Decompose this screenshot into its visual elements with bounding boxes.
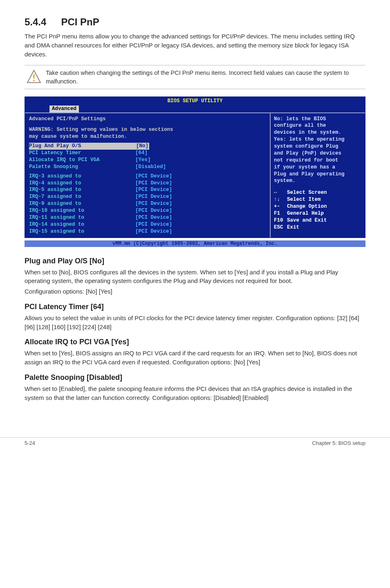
bios-label: IRQ-5 assigned to — [29, 186, 135, 193]
key-desc: Exit — [287, 224, 299, 230]
help-line: system. — [274, 177, 362, 184]
help-line: No: lets the BIOS — [274, 116, 362, 123]
bios-row-irq11[interactable]: IRQ-11 assigned to[PCI Device] — [29, 214, 266, 221]
bios-warning-line2: may cause system to malfunction. — [29, 133, 266, 140]
bios-row-irq10[interactable]: IRQ-10 assigned to[PCI Device] — [29, 207, 266, 214]
bios-left-panel: Advanced PCI/PnP Settings WARNING: Setti… — [25, 113, 271, 238]
subhead-allocate-irq: Allocate IRQ to PCI VGA [Yes] — [25, 338, 365, 346]
help-line: configure all the — [274, 122, 362, 129]
bios-label: IRQ-3 assigned to — [29, 173, 135, 180]
key: F1 — [274, 210, 287, 217]
section-heading: 5.4.4PCI PnP — [25, 16, 365, 28]
bios-label: IRQ-10 assigned to — [29, 207, 135, 214]
bios-value: [PCI Device] — [135, 228, 172, 235]
bios-value: [PCI Device] — [135, 193, 172, 200]
chapter-label: Chapter 5: BIOS setup — [312, 440, 365, 446]
bios-warning-line1: WARNING: Setting wrong values in below s… — [29, 126, 266, 133]
key-desc: Select Item — [287, 197, 321, 202]
help-line: not required for boot — [274, 157, 362, 164]
bios-tab-advanced[interactable]: Advanced — [49, 105, 79, 112]
page-number: 5-24 — [25, 440, 35, 446]
svg-point-2 — [33, 80, 35, 81]
bios-screen: BIOS SETUP UTILITY Advanced Advanced PCI… — [25, 97, 365, 238]
paragraph: When set to [Enabled], the palete snoopi… — [25, 384, 365, 402]
bios-value: [Disabled] — [135, 164, 166, 171]
bios-label: IRQ-15 assigned to — [29, 228, 135, 235]
section-number: 5.4.4 — [25, 16, 46, 28]
caution-icon — [25, 69, 43, 83]
key: ESC — [274, 224, 287, 231]
bios-value: [No] — [135, 143, 149, 150]
paragraph: When set to [No], BIOS configures all th… — [25, 268, 365, 286]
bios-row-irq14[interactable]: IRQ-14 assigned to[PCI Device] — [29, 221, 266, 228]
key: +- — [274, 203, 287, 210]
key: ↔ — [274, 189, 287, 196]
caution-text: Take caution when changing the settings … — [43, 69, 365, 85]
paragraph: Allows you to select the value in units … — [25, 314, 365, 332]
bios-value: [PCI Device] — [135, 200, 172, 207]
key-desc: Save and Exit — [287, 218, 327, 223]
bios-label: IRQ-7 assigned to — [29, 193, 135, 200]
subhead-palette-snooping: Palette Snooping [Disabled] — [25, 373, 365, 382]
paragraph: Configuration options: [No] [Yes] — [25, 287, 365, 296]
key-desc: Change Option — [287, 204, 327, 209]
bios-label: Plug And Play O/S — [29, 143, 135, 150]
page-footer: 5-24 Chapter 5: BIOS setup — [0, 437, 390, 454]
bios-title: BIOS SETUP UTILITY — [25, 97, 365, 105]
bios-footer: vMM.mm (C)Copyright 1985-2002, American … — [25, 240, 365, 247]
section-title: PCI PnP — [61, 16, 99, 27]
help-line: and Play (PnP) devices — [274, 150, 362, 157]
help-line: devices in the system. — [274, 129, 362, 136]
bios-label: IRQ-9 assigned to — [29, 200, 135, 207]
bios-value: [PCI Device] — [135, 186, 172, 193]
subhead-pci-latency: PCI Latency Timer [64] — [25, 303, 365, 311]
key: F10 — [274, 217, 287, 224]
caution-note: Take caution when changing the settings … — [25, 65, 365, 89]
bios-value: [PCI Device] — [135, 221, 172, 228]
bios-label: IRQ-4 assigned to — [29, 180, 135, 187]
paragraph: When set to [Yes], BIOS assigns an IRQ t… — [25, 349, 365, 367]
bios-row-irq15[interactable]: IRQ-15 assigned to[PCI Device] — [29, 228, 266, 235]
bios-value: [Yes] — [135, 157, 151, 164]
bios-row-irq4[interactable]: IRQ-4 assigned to[PCI Device] — [29, 180, 266, 187]
bios-panel-title: Advanced PCI/PnP Settings — [29, 116, 266, 123]
help-line: Yes: lets the operating — [274, 136, 362, 143]
bios-row-irq7[interactable]: IRQ-7 assigned to[PCI Device] — [29, 193, 266, 200]
bios-label: Allocate IRQ to PCI VGA — [29, 157, 135, 164]
bios-right-panel: No: lets the BIOS configure all the devi… — [271, 113, 365, 238]
bios-row-plug-and-play[interactable]: Plug And Play O/S [No] — [29, 143, 266, 150]
bios-row-allocate-irq[interactable]: Allocate IRQ to PCI VGA [Yes] — [29, 157, 266, 164]
bios-value: [PCI Device] — [135, 180, 172, 187]
bios-label: PCI Latency Timer — [29, 150, 135, 157]
bios-label: IRQ-11 assigned to — [29, 214, 135, 221]
bios-help-text: No: lets the BIOS configure all the devi… — [274, 116, 362, 185]
help-line: if your system has a — [274, 164, 362, 171]
key: ↑↓ — [274, 196, 287, 203]
bios-row-palette-snooping[interactable]: Palette Snooping [Disabled] — [29, 164, 266, 171]
bios-key-legend: ↔Select Screen ↑↓Select Item +-Change Op… — [274, 189, 362, 231]
intro-paragraph: The PCI PnP menu items allow you to chan… — [25, 32, 365, 58]
help-line: system configure Plug — [274, 143, 362, 150]
bios-label: IRQ-14 assigned to — [29, 221, 135, 228]
help-line: Plug and Play operating — [274, 171, 362, 178]
bios-value: [PCI Device] — [135, 173, 172, 180]
bios-value: [PCI Device] — [135, 214, 172, 221]
bios-label: Palette Snooping — [29, 164, 135, 171]
bios-value: [PCI Device] — [135, 207, 172, 214]
subhead-plug-and-play: Plug and Play O/S [No] — [25, 257, 365, 265]
bios-row-irq3[interactable]: IRQ-3 assigned to[PCI Device] — [29, 173, 266, 180]
bios-row-irq5[interactable]: IRQ-5 assigned to[PCI Device] — [29, 186, 266, 193]
bios-value: [64] — [135, 150, 148, 157]
key-desc: Select Screen — [287, 190, 327, 195]
bios-row-irq9[interactable]: IRQ-9 assigned to[PCI Device] — [29, 200, 266, 207]
bios-row-pci-latency[interactable]: PCI Latency Timer [64] — [29, 150, 266, 157]
key-desc: General Help — [287, 211, 324, 216]
